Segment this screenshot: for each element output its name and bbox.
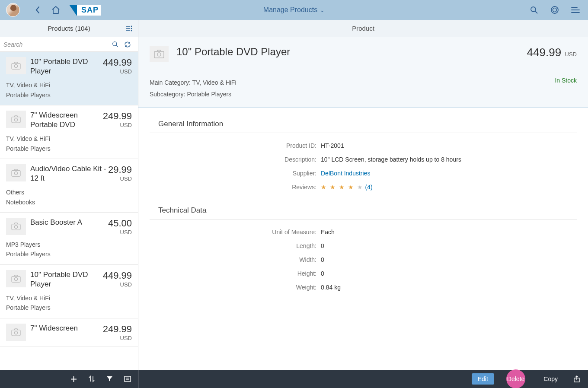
plus-icon xyxy=(70,376,77,382)
list-item[interactable]: Audio/Video Cable Kit - 12 ft29.99USDOth… xyxy=(0,159,138,213)
sort-icon xyxy=(88,375,95,382)
master-column: Products (104) 10" Portable DVD Player44… xyxy=(0,20,138,388)
list-item[interactable]: 10" Portable DVD Player449.99USDTV, Vide… xyxy=(0,265,138,318)
description-value: 10" LCD Screen, storage battery holds up… xyxy=(321,155,461,165)
shell-search-button[interactable] xyxy=(526,2,542,18)
length-label: Length: xyxy=(150,241,321,251)
product-image-placeholder xyxy=(150,46,169,62)
list-item-price-block: 29.99USD xyxy=(108,164,132,183)
sap-logo: SAP xyxy=(74,5,101,16)
list-item-categories: TV, Video & HiFiPortable Players xyxy=(6,134,132,153)
search-button[interactable] xyxy=(112,41,122,48)
product-id-label: Product ID: xyxy=(150,141,321,151)
menu-icon xyxy=(571,6,580,13)
height-value: 0 xyxy=(321,269,324,279)
camera-icon xyxy=(6,218,26,235)
circle-icon xyxy=(550,6,559,14)
list-item-name: 7" Widescreen xyxy=(30,324,103,341)
edit-button[interactable]: Edit xyxy=(472,373,494,385)
list-item-price-block: 45.00USD xyxy=(108,218,132,235)
list-item[interactable]: 7" Widescreen249.99USD xyxy=(0,318,138,347)
app-body: Products (104) 10" Portable DVD Player44… xyxy=(0,20,588,388)
camera-icon xyxy=(6,164,26,181)
chevron-left-icon xyxy=(35,6,40,14)
home-button[interactable] xyxy=(48,2,64,18)
detail-header-title: Product xyxy=(352,25,374,32)
list-settings-icon xyxy=(126,25,133,32)
master-settings-button[interactable] xyxy=(126,25,133,32)
list-item-price-block: 449.99USD xyxy=(103,57,132,76)
shell-copilot-button[interactable] xyxy=(546,2,563,18)
product-id-value: HT-2001 xyxy=(321,141,344,151)
list-item-categories: TV, Video & HiFiPortable Players xyxy=(6,80,132,100)
list-item-categories: MP3 PlayersPortable Players xyxy=(6,240,132,259)
list-item-currency: USD xyxy=(103,281,132,288)
shell-header-left: SAP xyxy=(4,2,101,18)
svg-point-18 xyxy=(14,277,17,280)
master-title: Products (104) xyxy=(48,25,90,32)
refresh-button[interactable] xyxy=(124,41,134,48)
refresh-icon xyxy=(124,41,131,48)
list-item-price: 449.99 xyxy=(103,270,132,281)
product-currency: USD xyxy=(565,51,577,57)
list-item[interactable]: 7" Widescreen Portable DVD249.99USDTV, V… xyxy=(0,105,138,159)
svg-point-4 xyxy=(131,25,132,27)
chevron-down-icon: ⌄ xyxy=(320,7,325,13)
nav-back-button[interactable] xyxy=(29,2,46,18)
copy-button[interactable]: Copy xyxy=(537,373,564,385)
weight-value: 0.84 kg xyxy=(321,283,341,293)
camera-icon xyxy=(6,270,26,287)
search-input[interactable] xyxy=(3,41,110,48)
svg-rect-21 xyxy=(125,376,131,382)
home-icon xyxy=(51,6,60,14)
add-button[interactable] xyxy=(70,376,77,382)
supplier-link[interactable]: DelBont Industries xyxy=(321,169,370,179)
share-button[interactable] xyxy=(573,375,580,382)
technical-form: Unit of Measure:Each Length:0 Width:0 He… xyxy=(150,219,577,294)
camera-icon xyxy=(6,324,26,341)
camera-icon xyxy=(154,50,164,58)
user-avatar[interactable] xyxy=(6,3,20,17)
uom-label: Unit of Measure: xyxy=(150,227,321,238)
width-value: 0 xyxy=(321,255,324,265)
search-icon xyxy=(112,41,118,48)
sort-button[interactable] xyxy=(88,375,95,382)
shell-menu-button[interactable] xyxy=(567,2,584,18)
reviews-label: Reviews: xyxy=(150,182,321,193)
product-price: 449.99 xyxy=(527,46,562,59)
svg-point-2 xyxy=(551,6,558,13)
list-item-price: 45.00 xyxy=(108,218,132,229)
uom-value: Each xyxy=(321,227,335,238)
section-technical-title: Technical Data xyxy=(150,194,577,219)
svg-point-20 xyxy=(14,331,17,334)
list-item-currency: USD xyxy=(103,68,132,75)
shell-title-text: Manage Products xyxy=(263,6,317,14)
camera-icon xyxy=(6,57,26,74)
list-item-name: Audio/Video Cable Kit - 12 ft xyxy=(30,164,108,183)
reviews-count-link[interactable]: (4) xyxy=(365,184,372,191)
list-item-price-block: 449.99USD xyxy=(103,270,132,289)
list-item-categories: OthersNotebooks xyxy=(6,188,132,207)
stock-status: In Stock xyxy=(555,77,577,84)
list-item-currency: USD xyxy=(103,122,132,128)
list-item-price: 449.99 xyxy=(103,57,132,68)
list-item-name: 7" Widescreen Portable DVD xyxy=(30,111,103,130)
svg-point-16 xyxy=(14,225,17,228)
list-item[interactable]: Basic Booster A45.00USDMP3 PlayersPortab… xyxy=(0,213,138,265)
delete-button[interactable]: Delete xyxy=(501,373,530,385)
group-icon xyxy=(124,376,131,382)
list-item-price: 29.99 xyxy=(108,164,132,175)
svg-point-10 xyxy=(14,64,17,67)
shell-title-dropdown[interactable]: Manage Products ⌄ xyxy=(263,6,325,14)
list-item[interactable]: 10" Portable DVD Player449.99USDTV, Vide… xyxy=(0,52,138,105)
list-item-name: 10" Portable DVD Player xyxy=(30,270,103,289)
supplier-label: Supplier: xyxy=(150,169,321,179)
length-value: 0 xyxy=(321,241,324,251)
camera-icon xyxy=(6,111,26,128)
shell-header-right xyxy=(526,2,584,18)
product-list[interactable]: 10" Portable DVD Player449.99USDTV, Vide… xyxy=(0,52,138,370)
filter-button[interactable] xyxy=(106,376,113,382)
svg-point-3 xyxy=(553,8,557,12)
detail-sections: General Information Product ID:HT-2001 D… xyxy=(138,108,588,370)
group-button[interactable] xyxy=(124,376,131,382)
